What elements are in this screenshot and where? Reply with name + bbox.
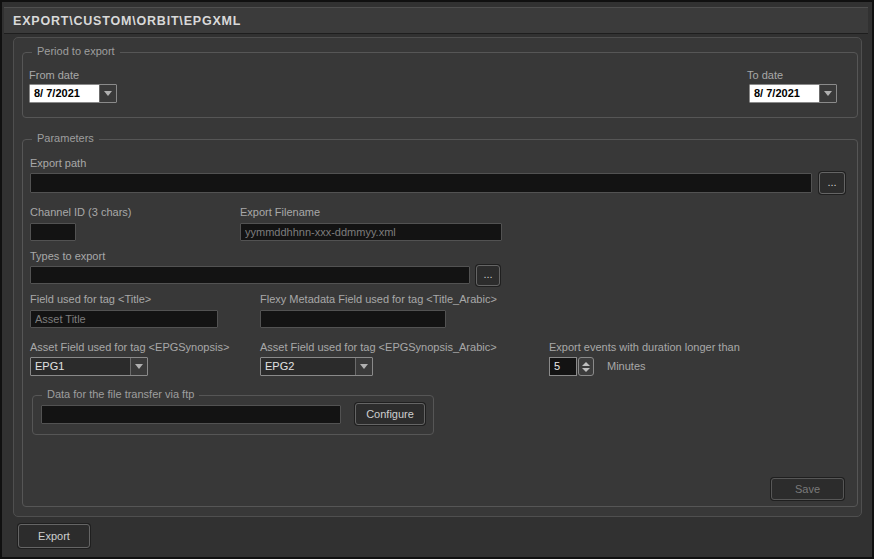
to-date-dropdown-button[interactable] [819,85,836,102]
duration-label: Export events with duration longer than [549,341,740,353]
save-button[interactable]: Save [771,478,844,500]
channel-id-input[interactable] [30,223,76,241]
epg-synopsis-arabic-label: Asset Field used for tag <EPGSynopsis_Ar… [260,341,497,353]
chevron-down-icon [104,91,112,96]
duration-spin-buttons[interactable] [578,357,594,376]
epg-synopsis-arabic-value: EPG2 [261,358,355,375]
period-to-export-group: Period to export From date 8/ 7/2021 To … [22,52,858,118]
types-to-export-browse-button[interactable]: ... [476,265,500,286]
from-date-label: From date [29,69,79,81]
export-path-input[interactable] [30,173,812,193]
spinner-down-icon [582,368,590,372]
duration-unit-label: Minutes [607,360,646,372]
window-title: EXPORT\CUSTOM\ORBIT\EPGXML [4,7,868,34]
epg-synopsis-select[interactable]: EPG1 [30,357,148,376]
export-path-browse-button[interactable]: ... [819,172,845,194]
to-date-value: 8/ 7/2021 [750,85,819,102]
to-date-label: To date [747,69,783,81]
period-group-legend: Period to export [32,45,120,57]
configure-button[interactable]: Configure [355,403,425,425]
epg-synopsis-arabic-select[interactable]: EPG2 [260,357,373,376]
from-date-dropdown-button[interactable] [99,85,116,102]
export-filename-label: Export Filename [240,206,320,218]
chevron-down-icon [135,364,143,369]
types-to-export-input[interactable] [30,266,470,284]
title-arabic-field-input[interactable] [260,310,446,328]
export-button[interactable]: Export [18,524,90,548]
export-epgxml-window: EXPORT\CUSTOM\ORBIT\EPGXML Period to exp… [0,0,874,559]
to-date-picker[interactable]: 8/ 7/2021 [749,84,837,103]
duration-value[interactable]: 5 [549,357,577,376]
export-filename-input[interactable] [240,223,502,241]
title-field-input[interactable] [30,310,218,328]
chevron-down-icon [824,91,832,96]
title-field-label: Field used for tag <Title> [30,293,151,305]
types-to-export-label: Types to export [30,250,105,262]
export-path-label: Export path [30,157,86,169]
chevron-down-icon [360,364,368,369]
main-panel: Period to export From date 8/ 7/2021 To … [13,37,862,517]
spinner-up-icon [582,362,590,366]
from-date-picker[interactable]: 8/ 7/2021 [29,84,117,103]
ftp-group: Data for the file transfer via ftp Confi… [32,395,434,435]
from-date-value: 8/ 7/2021 [30,85,99,102]
duration-spinner[interactable]: 5 [549,357,594,376]
ftp-group-legend: Data for the file transfer via ftp [42,388,199,400]
title-arabic-field-label: Flexy Metadata Field used for tag <Title… [260,293,497,305]
parameters-group: Parameters Export path ... Channel ID (3… [22,139,858,507]
ftp-data-input[interactable] [41,405,341,424]
epg-synopsis-value: EPG1 [31,358,130,375]
parameters-group-legend: Parameters [32,132,99,144]
epg-synopsis-dropdown-button[interactable] [130,358,147,375]
channel-id-label: Channel ID (3 chars) [30,206,132,218]
epg-synopsis-label: Asset Field used for tag <EPGSynopsis> [30,341,229,353]
epg-synopsis-arabic-dropdown-button[interactable] [355,358,372,375]
